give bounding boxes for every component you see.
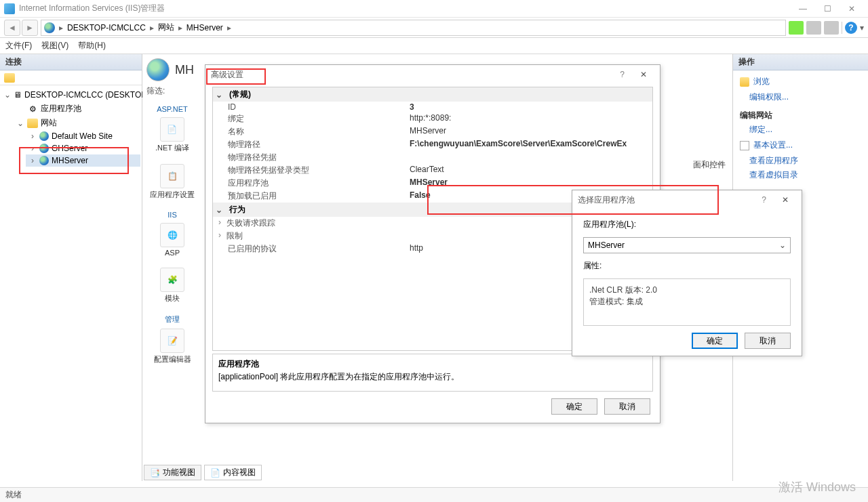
feature-label: ASP [165, 249, 180, 257]
breadcrumb-root[interactable]: DESKTOP-ICMCLCC [67, 23, 146, 33]
modules-icon[interactable]: 🧩 [160, 268, 184, 292]
select-apppool-dialog: 选择应用程序池 ? ✕ 应用程序池(L): MHServer ⌄ 属性: .Ne… [572, 190, 802, 356]
prop-key: 名称 [213, 126, 410, 138]
expand-icon[interactable]: › [28, 131, 37, 141]
section-iis: IIS [167, 211, 176, 219]
tree-label: 应用程序池 [41, 103, 81, 114]
action-viewapps[interactable]: 查看应用程序 [740, 155, 861, 167]
action-browse[interactable]: 浏览 [740, 75, 861, 89]
section-aspnet: ASP.NET [157, 105, 188, 113]
breadcrumb-site[interactable]: MHServer [186, 23, 223, 33]
server-icon: 🖥 [14, 89, 22, 100]
netcompile-icon[interactable]: 📄 [160, 117, 184, 142]
expand-icon[interactable]: › [28, 156, 37, 165]
action-editperm[interactable]: 编辑权限... [740, 91, 861, 103]
dialog-titlebar[interactable]: 高级设置 ? ✕ [205, 65, 660, 84]
prop-key: 物理路径凭据登录类型 [213, 165, 410, 176]
prop-key: ID [213, 102, 410, 112]
nav-back-button[interactable]: ◄ [4, 20, 20, 36]
prop-value[interactable]: ClearText [410, 165, 652, 176]
action-bindings[interactable]: 绑定... [740, 124, 861, 135]
apppool-label: 应用程序池(L): [583, 219, 791, 230]
connections-header: 连接 [0, 54, 142, 70]
appsettings-icon[interactable]: 📋 [160, 164, 184, 188]
status-bar: 就绪 [0, 487, 868, 502]
tool-icon[interactable] [824, 21, 839, 35]
cfgeditor-icon[interactable]: 📝 [160, 329, 184, 353]
status-text: 就绪 [5, 489, 22, 501]
collapse-icon[interactable]: ⌄ [4, 90, 11, 100]
expand-icon[interactable]: › [213, 217, 222, 229]
prop-value[interactable]: F:\chengwuyuan\ExamScore\Server\ExamScor… [410, 139, 652, 150]
cancel-button[interactable]: 取消 [745, 333, 791, 349]
menu-file[interactable]: 文件(F) [5, 40, 32, 51]
tree-node-sites[interactable]: ⌄ 网站 [14, 116, 140, 130]
nav-forward-button[interactable]: ► [22, 20, 38, 36]
collapse-icon[interactable]: ⌄ [216, 90, 225, 100]
ok-button[interactable]: 确定 [692, 333, 738, 349]
dialog-help-button[interactable]: ? [620, 70, 625, 79]
tree-node-apppools[interactable]: ⚙ 应用程序池 [14, 102, 140, 116]
tree-label: GHServer [52, 144, 87, 153]
cancel-button[interactable]: 取消 [604, 398, 650, 415]
prop-key: 应用程序池 [213, 177, 410, 189]
expand-icon[interactable]: › [28, 144, 37, 153]
tree-label: MHServer [52, 156, 88, 165]
breadcrumb[interactable]: ▸ DESKTOP-ICMCLCC ▸ 网站 ▸ MHServer ▸ [41, 20, 786, 36]
stop-icon[interactable] [806, 21, 821, 35]
apppool-icon: ⚙ [27, 104, 38, 114]
action-viewvdir[interactable]: 查看虚拟目录 [740, 169, 861, 181]
section-mgmt: 管理 [165, 314, 180, 325]
breadcrumb-sites[interactable]: 网站 [158, 22, 174, 33]
prop-key: 物理路径凭据 [213, 152, 410, 163]
dialog-titlebar[interactable]: 选择应用程序池 ? ✕ [572, 190, 802, 209]
close-button[interactable]: ✕ [840, 1, 864, 17]
prop-key: 限制 [222, 230, 419, 242]
action-basic[interactable]: 基本设置... [740, 138, 861, 152]
app-icon [4, 3, 15, 14]
dialog-close-button[interactable]: ✕ [774, 193, 796, 207]
tab-content[interactable]: 📄 内容视图 [204, 465, 262, 480]
connections-toolbar [0, 70, 142, 85]
group-behavior: 行为 [229, 204, 245, 215]
menu-view[interactable]: 视图(V) [41, 40, 68, 51]
prop-key: 预加载已启用 [213, 190, 410, 202]
asp-icon[interactable]: 🌐 [160, 223, 184, 247]
minimize-button[interactable]: — [791, 1, 815, 17]
folder-icon[interactable] [4, 73, 15, 83]
tree-label: Default Web Site [52, 131, 113, 141]
collapse-icon[interactable]: ⌄ [216, 205, 225, 215]
maximize-button[interactable]: ☐ [815, 1, 840, 17]
apppool-combobox[interactable]: MHServer ⌄ [583, 237, 791, 253]
prop-value[interactable]: 3 [410, 102, 652, 112]
prop-value[interactable]: MHServer [410, 126, 652, 138]
dialog-title: 选择应用程序池 [578, 194, 635, 206]
site-icon [39, 144, 49, 153]
dialog-help-button[interactable]: ? [762, 195, 766, 205]
tree-node-mhserver[interactable]: › MHServer [26, 154, 140, 167]
dialog-title: 高级设置 [211, 69, 243, 81]
tree-node-defaultsite[interactable]: › Default Web Site [26, 130, 140, 142]
prop-value[interactable]: MHServer [410, 177, 652, 189]
refresh-icon[interactable] [789, 21, 804, 35]
page-title: MH [175, 63, 194, 77]
ok-button[interactable]: 确定 [551, 398, 597, 415]
prop-clr: .Net CLR 版本: 2.0 [589, 285, 785, 296]
connections-tree: ⌄ 🖥 DESKTOP-ICMCLCC (DESKTOP-ICMCLCC\Adm… [0, 85, 142, 169]
dialog-close-button[interactable]: ✕ [633, 68, 654, 81]
prop-key: 已启用的协议 [213, 243, 410, 255]
action-heading-editsite: 编辑网站 [740, 110, 861, 121]
tree-node-ghserver[interactable]: › GHServer [26, 142, 140, 154]
tree-node-server[interactable]: ⌄ 🖥 DESKTOP-ICMCLCC (DESKTOP-ICMCLCC\Adm… [1, 88, 140, 102]
tab-features[interactable]: 📑 功能视图 [144, 465, 201, 480]
chevron-right-icon: ▸ [150, 23, 154, 33]
help-icon[interactable]: ? [845, 22, 857, 34]
collapse-icon[interactable]: ⌄ [16, 119, 24, 128]
chevron-down-icon: ⌄ [779, 240, 786, 250]
chevron-right-icon: ▸ [59, 23, 63, 33]
expand-icon[interactable]: › [213, 230, 222, 242]
prop-value[interactable]: http:*:8089: [410, 113, 652, 125]
menu-help[interactable]: 帮助(H) [78, 40, 106, 51]
prop-value[interactable] [410, 152, 652, 163]
windows-watermark: 激活 Windows [778, 479, 856, 495]
